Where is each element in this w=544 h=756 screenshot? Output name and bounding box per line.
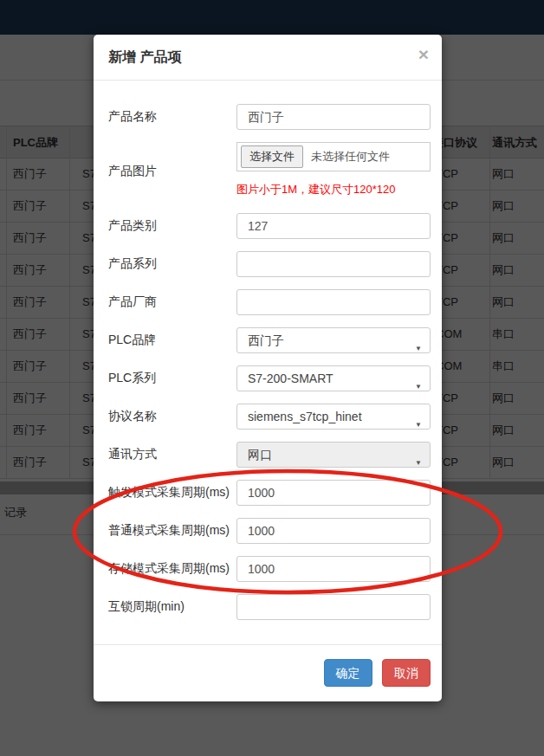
chevron-down-icon: ▼: [415, 337, 422, 361]
protocol-name-label: 协议名称: [108, 409, 236, 424]
plc-brand-selected-value: 西门子: [248, 333, 284, 347]
product-category-input[interactable]: 127: [236, 213, 431, 239]
product-name-label: 产品名称: [108, 109, 236, 125]
chevron-down-icon: ▼: [415, 375, 422, 399]
trigger-cycle-input[interactable]: 1000: [236, 480, 431, 506]
product-series-label: 产品系列: [108, 256, 236, 272]
form-group-plc-brand: PLC品牌西门子▼: [108, 327, 431, 353]
product-image-control: 选择文件未选择任何文件图片小于1M，建议尺寸120*120: [236, 142, 431, 201]
modal-footer: 确定 取消: [94, 644, 442, 701]
normal-cycle-control: 1000: [236, 518, 431, 544]
interlock-cycle-input[interactable]: [236, 594, 431, 620]
screen: PLC品牌接口协议通讯方式西门子S7-TCP网口西门子S7-TCP网口西门子S7…: [0, 0, 544, 756]
storage-cycle-label: 存储模式采集周期(ms): [108, 561, 236, 577]
protocol-name-control: siemens_s7tcp_hinet▼: [236, 404, 431, 430]
product-vendor-label: 产品厂商: [108, 294, 236, 310]
protocol-name-selected-value: siemens_s7tcp_hinet: [248, 410, 362, 423]
modal-header: 新增 产品项 ×: [94, 35, 442, 81]
comm-mode-select[interactable]: 网口▼: [236, 442, 431, 468]
trigger-cycle-control: 1000: [236, 480, 431, 506]
add-product-modal: 新增 产品项 × 产品名称西门子产品图片选择文件未选择任何文件图片小于1M，建议…: [94, 35, 442, 701]
storage-cycle-control: 1000: [236, 556, 431, 582]
product-category-control: 127: [236, 213, 431, 239]
protocol-name-select[interactable]: siemens_s7tcp_hinet▼: [236, 404, 431, 430]
trigger-cycle-label: 触发模式采集周期(ms): [108, 485, 236, 501]
form-group-trigger-cycle: 触发模式采集周期(ms)1000: [108, 480, 431, 506]
choose-file-button[interactable]: 选择文件: [241, 145, 303, 168]
comm-mode-label: 通讯方式: [108, 447, 236, 462]
product-image-label: 产品图片: [108, 164, 236, 179]
form-group-product-series: 产品系列: [108, 251, 431, 277]
file-name-text: 未选择任何文件: [311, 149, 390, 165]
form-group-storage-cycle: 存储模式采集周期(ms)1000: [108, 556, 431, 582]
product-name-control: 西门子: [236, 104, 431, 130]
interlock-cycle-control: [236, 594, 431, 620]
comm-mode-selected-value: 网口: [248, 448, 272, 462]
product-vendor-input[interactable]: [236, 289, 431, 315]
interlock-cycle-label: 互锁周期(min): [108, 599, 236, 615]
comm-mode-control: 网口▼: [236, 442, 431, 468]
form-group-product-category: 产品类别127: [108, 213, 431, 239]
plc-series-control: S7-200-SMART▼: [236, 365, 431, 391]
image-size-hint: 图片小于1M，建议尺寸120*120: [236, 183, 431, 197]
form-group-normal-cycle: 普通模式采集周期(ms)1000: [108, 518, 431, 544]
product-name-input[interactable]: 西门子: [236, 104, 431, 130]
product-series-control: [236, 251, 431, 277]
product-image-file-input[interactable]: 选择文件未选择任何文件: [236, 142, 431, 171]
form-group-protocol-name: 协议名称siemens_s7tcp_hinet▼: [108, 404, 431, 430]
plc-series-label: PLC系列: [108, 371, 236, 386]
plc-brand-label: PLC品牌: [108, 333, 236, 348]
form-group-product-name: 产品名称西门子: [108, 104, 431, 130]
chevron-down-icon: ▼: [415, 451, 422, 475]
storage-cycle-input[interactable]: 1000: [236, 556, 431, 582]
form-group-plc-series: PLC系列S7-200-SMART▼: [108, 365, 431, 391]
form-group-product-vendor: 产品厂商: [108, 289, 431, 315]
confirm-button[interactable]: 确定: [324, 659, 372, 687]
normal-cycle-input[interactable]: 1000: [236, 518, 431, 544]
product-category-label: 产品类别: [108, 218, 236, 234]
normal-cycle-label: 普通模式采集周期(ms): [108, 523, 236, 539]
close-icon[interactable]: ×: [418, 45, 429, 63]
plc-series-select[interactable]: S7-200-SMART▼: [236, 365, 431, 391]
plc-brand-select[interactable]: 西门子▼: [236, 327, 431, 353]
chevron-down-icon: ▼: [415, 413, 422, 437]
plc-brand-control: 西门子▼: [236, 327, 431, 353]
form-group-product-image: 产品图片选择文件未选择任何文件图片小于1M，建议尺寸120*120: [108, 142, 431, 201]
form-group-comm-mode: 通讯方式网口▼: [108, 442, 431, 468]
plc-series-selected-value: S7-200-SMART: [248, 372, 334, 385]
modal-form: 产品名称西门子产品图片选择文件未选择任何文件图片小于1M，建议尺寸120*120…: [94, 81, 442, 620]
product-series-input[interactable]: [236, 251, 431, 277]
form-group-interlock-cycle: 互锁周期(min): [108, 594, 431, 620]
cancel-button[interactable]: 取消: [382, 659, 431, 687]
modal-title: 新增 产品项: [108, 49, 181, 64]
product-vendor-control: [236, 289, 431, 315]
